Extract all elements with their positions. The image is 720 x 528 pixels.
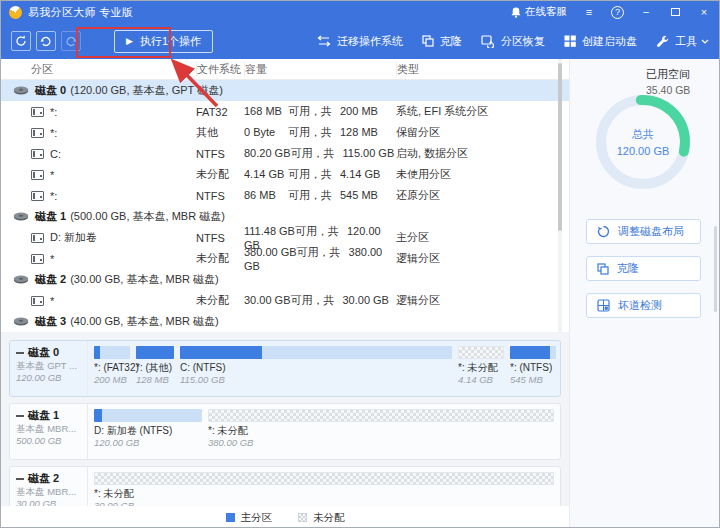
collapse-dash-icon[interactable] [16, 352, 24, 354]
undo-button[interactable] [36, 31, 56, 51]
disk-map-row[interactable]: 磁盘 2基本盘 MBR...30.00 GB*: 未分配30.00 GB [9, 466, 561, 506]
table-row-partition[interactable]: *未分配30.00 GB可用，共30.00 GB逻辑分区 [1, 290, 569, 311]
adjust-disk-layout-button[interactable]: 调整磁盘布局 [586, 219, 701, 244]
disk-map-area: 磁盘 0基本盘 GPT ...120.00 GB*: (FAT32)200 MB… [1, 332, 569, 506]
partition-block[interactable]: C: (NTFS)115.00 GB [180, 346, 452, 391]
toolbar-action-migrate-os[interactable]: 迁移操作系统 [317, 34, 403, 49]
toolbar-action-clone[interactable]: 克隆 [422, 34, 462, 49]
toolbar-action-label: 工具 [675, 34, 697, 49]
partition-name: *: [50, 106, 57, 118]
refresh-button[interactable] [11, 31, 31, 51]
disk-map-row[interactable]: 磁盘 0基本盘 GPT ...120.00 GB*: (FAT32)200 MB… [9, 340, 561, 397]
disk-map-name: 磁盘 1 [28, 409, 59, 422]
partition-type-value: 逻辑分区 [396, 293, 569, 308]
menu-icon[interactable]: ≡ [582, 5, 596, 19]
capacity-free-value: 380.00 GB [244, 246, 297, 258]
toolbar-action-create-boot-disk[interactable]: 创建启动盘 [564, 34, 637, 49]
capacity-free-value: 111.48 GB [244, 225, 295, 237]
partition-usage-bar [510, 346, 556, 359]
partition-name-cell: * [1, 169, 196, 181]
partition-table-area: 分区 文件系统 容量 类型 磁盘 0(120.00 GB, 基本盘, GPT 磁… [1, 59, 569, 528]
migrate-os-icon [317, 35, 331, 47]
table-row-partition[interactable]: *:NTFS86 MB可用，共545 MB还原分区 [1, 185, 569, 206]
disk-map-label: 磁盘 0基本盘 GPT ...120.00 GB [10, 341, 88, 396]
bad-sector-check-icon [597, 299, 610, 312]
partition-block-label: *: (NTFS) [510, 362, 556, 374]
disk-icon [13, 86, 29, 95]
capacity-cell: 168 MB可用，共200 MB [244, 104, 396, 119]
execute-operations-button[interactable]: ▶ 执行1个操作 [114, 30, 213, 53]
partition-usage-bar [136, 346, 174, 359]
capacity-total-value: 4.14 GB [340, 168, 380, 180]
partition-block-size: 128 MB [136, 374, 174, 386]
disk-map-bus: 基本盘 GPT ... [16, 360, 81, 372]
partition-usage-bar [94, 472, 554, 485]
play-icon: ▶ [126, 37, 133, 46]
capacity-total-value: 545 MB [340, 189, 378, 201]
capacity-cell: 80.20 GB可用，共115.00 GB [244, 146, 396, 161]
close-button[interactable]: × [697, 5, 711, 19]
partition-block-size: 200 MB [94, 374, 130, 386]
toolbar-action-partition-recovery[interactable]: 分区恢复 [481, 34, 545, 49]
disk-icon [13, 275, 29, 284]
side-scrollbar-thumb[interactable] [714, 226, 717, 312]
partition-block-label: *: 未分配 [208, 425, 554, 437]
column-header-type: 类型 [396, 62, 569, 77]
partition-block-unallocated[interactable]: *: 未分配380.00 GB [208, 409, 554, 454]
table-row-disk[interactable]: 磁盘 0(120.00 GB, 基本盘, GPT 磁盘) [1, 80, 569, 101]
redo-button[interactable] [61, 31, 81, 51]
legend-swatch-unalloc [298, 513, 307, 522]
table-row-partition[interactable]: *:FAT32168 MB可用，共200 MB系统, EFI 系统分区 [1, 101, 569, 122]
table-row-partition[interactable]: *:其他0 Byte可用，共128 MB保留分区 [1, 122, 569, 143]
table-row-partition[interactable]: *未分配4.14 GB可用，共4.14 GB未使用分区 [1, 164, 569, 185]
partition-block-unallocated[interactable]: *: 未分配30.00 GB [94, 472, 554, 506]
minimize-button[interactable]: − [639, 5, 653, 19]
partition-block[interactable]: *: (FAT32)200 MB [94, 346, 130, 391]
table-row-disk[interactable]: 磁盘 2(30.00 GB, 基本盘, MBR 磁盘) [1, 269, 569, 290]
drive-icon [31, 128, 44, 138]
table-scrollbar-thumb[interactable] [558, 63, 562, 231]
filesystem-value: NTFS [196, 190, 244, 202]
online-service-button[interactable]: 在线客服 [511, 5, 567, 19]
help-icon[interactable]: ? [611, 6, 624, 19]
drive-icon [31, 191, 44, 201]
table-header: 分区 文件系统 容量 类型 [1, 59, 569, 80]
collapse-dash-icon[interactable] [16, 415, 24, 417]
table-row-disk[interactable]: 磁盘 3(40.00 GB, 基本盘, MBR 磁盘) [1, 311, 569, 332]
table-row-partition[interactable]: C:NTFS80.20 GB可用，共115.00 GB启动, 数据分区 [1, 143, 569, 164]
clone-blue-button[interactable]: 克隆 [586, 256, 701, 281]
partition-type-value: 启动, 数据分区 [396, 146, 569, 161]
capacity-available-label: 可用，共 [288, 105, 332, 117]
maximize-button[interactable] [668, 5, 682, 19]
capacity-free-value: 30.00 GB [244, 294, 290, 306]
capacity-available-label: 可用，共 [297, 246, 341, 258]
partition-block[interactable]: *: (NTFS)545 MB [510, 346, 556, 391]
toolbar: ▶ 执行1个操作 迁移操作系统克隆分区恢复创建启动盘工具 [1, 23, 719, 59]
partition-block-size: 545 MB [510, 374, 556, 386]
capacity-total-value: 200 MB [340, 105, 378, 117]
capacity-total-value: 115.00 GB [342, 147, 394, 159]
partition-type-value: 未使用分区 [396, 167, 569, 182]
disk-map-row[interactable]: 磁盘 1基本盘 MBR...500.00 GBD: 新加卷 (NTFS)120.… [9, 403, 561, 460]
partition-block[interactable]: *: (其他)128 MB [136, 346, 174, 391]
execute-operations-label: 执行1个操作 [140, 34, 201, 49]
filesystem-value: 其他 [196, 125, 244, 140]
capacity-free-value: 80.20 GB [244, 147, 290, 159]
bad-sector-check-button[interactable]: 坏道检测 [586, 293, 701, 318]
disk-detail: (120.00 GB, 基本盘, GPT 磁盘) [70, 83, 223, 98]
partition-block-label: *: 未分配 [458, 362, 504, 374]
disk-map-size: 120.00 GB [16, 372, 81, 384]
partition-block-unallocated[interactable]: *: 未分配4.14 GB [458, 346, 504, 391]
capacity-cell: 30.00 GB可用，共30.00 GB [244, 293, 396, 308]
table-row-partition[interactable]: *未分配380.00 GB可用，共380.00 GB逻辑分区 [1, 248, 569, 269]
drive-icon [31, 170, 44, 180]
partition-name-cell: 磁盘 3(40.00 GB, 基本盘, MBR 磁盘) [1, 314, 421, 329]
toolbar-actions: 迁移操作系统克隆分区恢复创建启动盘工具 [317, 34, 709, 49]
toolbar-action-tools[interactable]: 工具 [656, 34, 709, 49]
legend-label: 未分配 [313, 511, 345, 525]
table-scrollbar[interactable] [558, 59, 562, 332]
partition-block[interactable]: D: 新加卷 (NTFS)120.00 GB [94, 409, 202, 454]
legend-bar: 主分区未分配 [1, 506, 569, 528]
partition-name-cell: 磁盘 1(500.00 GB, 基本盘, MBR 磁盘) [1, 209, 421, 224]
collapse-dash-icon[interactable] [16, 478, 24, 480]
